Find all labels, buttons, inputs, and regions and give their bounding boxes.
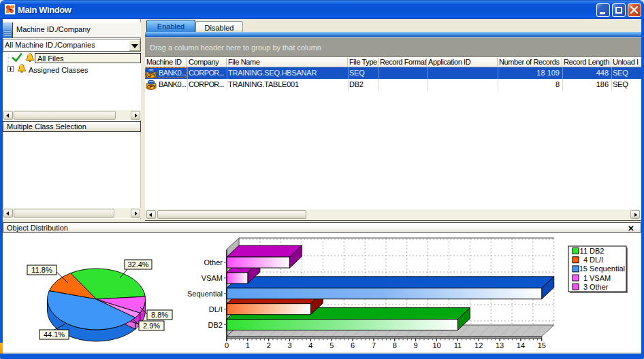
svg-text:CPY: CPY [147, 73, 156, 78]
svg-text:CPY: CPY [147, 84, 156, 89]
